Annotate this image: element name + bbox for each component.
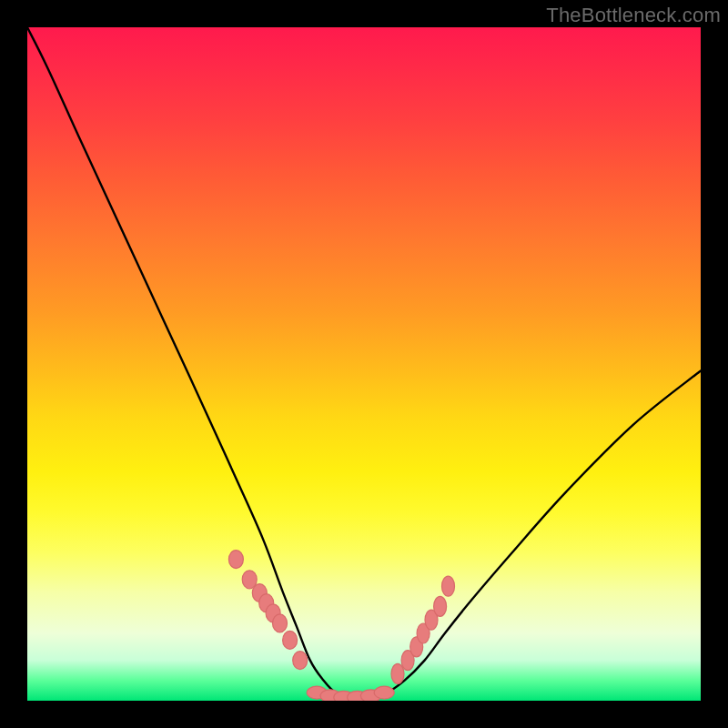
marker-dot [434,596,447,616]
bottleneck-curve [27,27,701,698]
curve-markers [228,551,454,701]
chart-frame: TheBottleneck.com [0,0,728,728]
curve-svg [27,27,701,701]
watermark-text: TheBottleneck.com [546,4,721,27]
marker-dot [374,686,394,699]
marker-dot [273,614,288,632]
marker-dot [283,631,298,649]
marker-dot [391,663,404,683]
marker-dot [293,652,308,670]
plot-area [27,27,701,701]
marker-dot [442,576,455,596]
marker-dot [228,551,243,569]
